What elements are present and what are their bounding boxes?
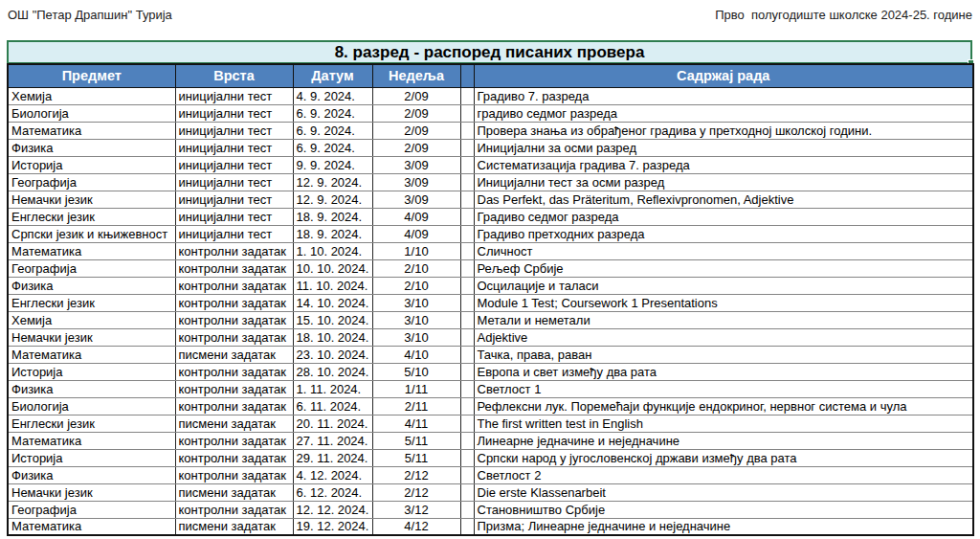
subject-cell[interactable]: Физика	[8, 466, 175, 483]
column-header-week[interactable]: Недеља	[372, 64, 460, 87]
week-cell[interactable]: 3/10	[372, 328, 460, 346]
week-cell[interactable]: 3/12	[372, 501, 460, 518]
type-cell[interactable]: иницијални тест	[175, 87, 293, 104]
type-cell[interactable]: контролни задатак	[175, 328, 293, 346]
type-cell[interactable]: контролни задатак	[175, 397, 293, 415]
subject-cell[interactable]: Енглески језик	[8, 208, 175, 225]
type-cell[interactable]: контролни задатак	[175, 466, 293, 483]
week-cell[interactable]: 3/09	[372, 173, 460, 191]
table-title-cell[interactable]: 8. разред - распоред писаних провера	[7, 40, 972, 64]
column-header-type[interactable]: Врста	[175, 64, 293, 87]
week-cell[interactable]: 3/10	[372, 294, 460, 311]
week-cell[interactable]: 4/11	[372, 415, 460, 432]
content-cell[interactable]: Иницијални за осми разред	[474, 139, 973, 156]
week-cell[interactable]: 1/11	[372, 380, 460, 397]
subject-cell[interactable]: Историја	[8, 449, 175, 466]
week-cell[interactable]: 2/09	[372, 104, 460, 122]
content-cell[interactable]: Светлост 1	[474, 380, 973, 397]
date-cell[interactable]: 4. 12. 2024.	[293, 466, 372, 483]
content-cell[interactable]: Градиво 7. разреда	[474, 87, 973, 104]
subject-cell[interactable]: Немачки језик	[8, 483, 175, 501]
content-cell[interactable]: Сличност	[474, 242, 973, 259]
subject-cell[interactable]: Математика	[8, 518, 175, 535]
date-cell[interactable]: 6. 9. 2024.	[293, 122, 372, 139]
type-cell[interactable]: иницијални тест	[175, 122, 293, 139]
content-cell[interactable]: Module 1 Test; Coursework 1 Presentation…	[474, 294, 973, 311]
date-cell[interactable]: 9. 9. 2024.	[293, 156, 372, 173]
content-cell[interactable]: Рефлексни лук. Поремећаји функције ендок…	[474, 397, 973, 415]
subject-cell[interactable]: Математика	[8, 346, 175, 363]
date-cell[interactable]: 1. 10. 2024.	[293, 242, 372, 259]
type-cell[interactable]: контролни задатак	[175, 432, 293, 449]
content-cell[interactable]: Призма; Линеарне једначине и неједначине	[474, 518, 973, 535]
content-cell[interactable]: Рељеф Србије	[474, 259, 973, 277]
subject-cell[interactable]: Математика	[8, 432, 175, 449]
type-cell[interactable]: контролни задатак	[175, 294, 293, 311]
type-cell[interactable]: писмени задатак	[175, 483, 293, 501]
subject-cell[interactable]: Географија	[8, 173, 175, 191]
date-cell[interactable]: 28. 10. 2024.	[293, 363, 372, 380]
type-cell[interactable]: контролни задатак	[175, 363, 293, 380]
date-cell[interactable]: 18. 10. 2024.	[293, 328, 372, 346]
week-cell[interactable]: 2/10	[372, 259, 460, 277]
subject-cell[interactable]: Географија	[8, 501, 175, 518]
content-cell[interactable]: Систематизација градива 7. разреда	[474, 156, 973, 173]
content-cell[interactable]: Метали и неметали	[474, 311, 973, 328]
type-cell[interactable]: контролни задатак	[175, 242, 293, 259]
date-cell[interactable]: 10. 10. 2024.	[293, 259, 372, 277]
content-cell[interactable]: Тачка, права, раван	[474, 346, 973, 363]
content-cell[interactable]: Српски народ у југословенској држави изм…	[474, 449, 973, 466]
week-cell[interactable]: 3/10	[372, 311, 460, 328]
subject-cell[interactable]: Историја	[8, 156, 175, 173]
date-cell[interactable]: 12. 9. 2024.	[293, 173, 372, 191]
date-cell[interactable]: 18. 9. 2024.	[293, 225, 372, 242]
week-cell[interactable]: 2/11	[372, 397, 460, 415]
content-cell[interactable]: Die erste Klassenarbeit	[474, 483, 973, 501]
type-cell[interactable]: писмени задатак	[175, 346, 293, 363]
week-cell[interactable]: 2/10	[372, 277, 460, 294]
content-cell[interactable]: The first written test in English	[474, 415, 973, 432]
subject-cell[interactable]: Историја	[8, 363, 175, 380]
type-cell[interactable]: иницијални тест	[175, 191, 293, 208]
week-cell[interactable]: 2/09	[372, 87, 460, 104]
date-cell[interactable]: 20. 11. 2024.	[293, 415, 372, 432]
subject-cell[interactable]: Енглески језик	[8, 415, 175, 432]
content-cell[interactable]: Иницијални тест за осми разред	[474, 173, 973, 191]
type-cell[interactable]: контролни задатак	[175, 259, 293, 277]
subject-cell[interactable]: Математика	[8, 122, 175, 139]
type-cell[interactable]: иницијални тест	[175, 208, 293, 225]
date-cell[interactable]: 6. 12. 2024.	[293, 483, 372, 501]
content-cell[interactable]: Adjektive	[474, 328, 973, 346]
subject-cell[interactable]: Немачки језик	[8, 328, 175, 346]
type-cell[interactable]: писмени задатак	[175, 518, 293, 535]
content-cell[interactable]: Становништво Србије	[474, 501, 973, 518]
week-cell[interactable]: 1/10	[372, 242, 460, 259]
week-cell[interactable]: 5/11	[372, 432, 460, 449]
column-header-date[interactable]: Датум	[293, 64, 372, 87]
subject-cell[interactable]: Хемија	[8, 311, 175, 328]
subject-cell[interactable]: Географија	[8, 259, 175, 277]
content-cell[interactable]: Градиво седмог разреда	[474, 208, 973, 225]
date-cell[interactable]: 27. 11. 2024.	[293, 432, 372, 449]
content-cell[interactable]: Градиво претходних разреда	[474, 225, 973, 242]
week-cell[interactable]: 2/12	[372, 466, 460, 483]
type-cell[interactable]: иницијални тест	[175, 225, 293, 242]
subject-cell[interactable]: Хемија	[8, 87, 175, 104]
date-cell[interactable]: 14. 10. 2024.	[293, 294, 372, 311]
type-cell[interactable]: контролни задатак	[175, 311, 293, 328]
subject-cell[interactable]: Немачки језик	[8, 191, 175, 208]
subject-cell[interactable]: Математика	[8, 242, 175, 259]
date-cell[interactable]: 11. 10. 2024.	[293, 277, 372, 294]
date-cell[interactable]: 23. 10. 2024.	[293, 346, 372, 363]
week-cell[interactable]: 4/10	[372, 346, 460, 363]
subject-cell[interactable]: Физика	[8, 139, 175, 156]
date-cell[interactable]: 12. 9. 2024.	[293, 191, 372, 208]
date-cell[interactable]: 29. 11. 2024.	[293, 449, 372, 466]
column-header-subject[interactable]: Предмет	[8, 64, 175, 87]
week-cell[interactable]: 2/09	[372, 139, 460, 156]
date-cell[interactable]: 12. 12. 2024.	[293, 501, 372, 518]
content-cell[interactable]: Светлост 2	[474, 466, 973, 483]
type-cell[interactable]: контролни задатак	[175, 277, 293, 294]
date-cell[interactable]: 6. 9. 2024.	[293, 104, 372, 122]
type-cell[interactable]: иницијални тест	[175, 173, 293, 191]
